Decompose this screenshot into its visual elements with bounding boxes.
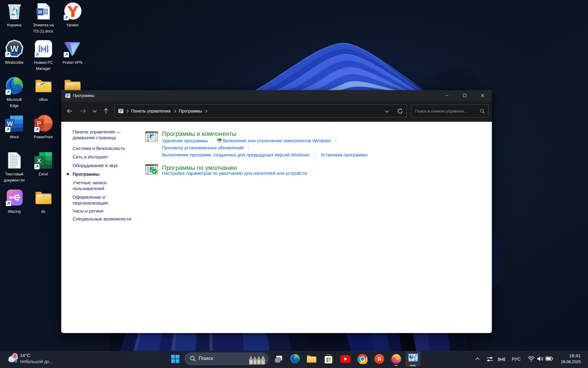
- svg-text:W: W: [7, 120, 13, 127]
- svg-text:Я: Я: [377, 356, 381, 362]
- svg-text:X: X: [37, 157, 41, 164]
- svg-text:P: P: [37, 120, 41, 127]
- svg-text:W: W: [37, 10, 42, 15]
- svg-text:W: W: [10, 44, 19, 54]
